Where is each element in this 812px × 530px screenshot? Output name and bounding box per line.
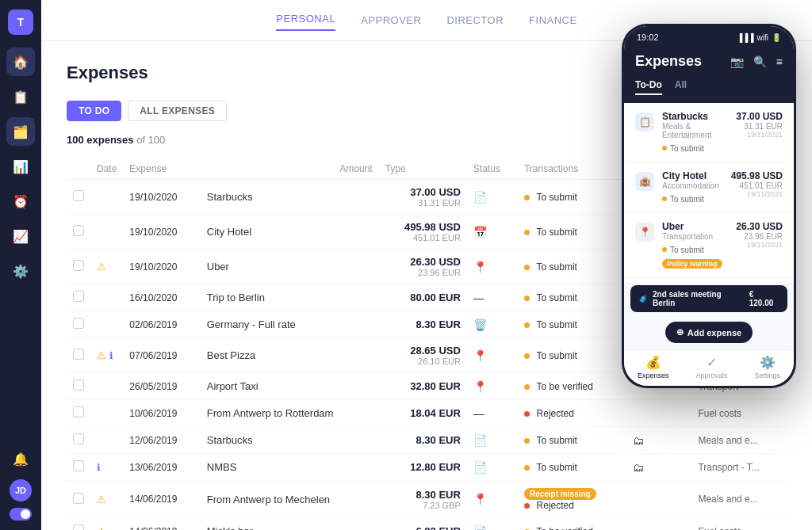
row-amount-primary: 8.30 EUR	[385, 434, 461, 446]
camera-icon[interactable]: 📷	[730, 55, 744, 68]
row-amount: 26.30 USD 23.96 EUR	[379, 250, 467, 284]
row-checkbox[interactable]	[73, 291, 84, 302]
row-expense-name: City Hotel	[201, 215, 379, 250]
row-amount: 8.30 EUR 7.23 GBP	[379, 481, 467, 518]
status-dot	[524, 411, 530, 417]
status-text: To submit	[537, 227, 577, 238]
star-icon: ★	[97, 525, 106, 530]
row-checkbox[interactable]	[73, 433, 84, 444]
col-checkbox	[67, 158, 90, 180]
approvals-nav-icon: ✓	[707, 355, 717, 370]
row-checkbox[interactable]	[73, 406, 84, 418]
row-amount-secondary: 23.96 EUR	[385, 268, 461, 277]
row-category: Fuel costs	[691, 518, 787, 531]
row-date: 19/10/2020	[123, 180, 200, 215]
tab-director[interactable]: DIRECTOR	[446, 11, 504, 29]
tab-approver[interactable]: APPROVER	[361, 11, 421, 29]
table-row[interactable]: ★ 14/06/2019 Mick's bar 6.82 EUR 📄 To be…	[67, 518, 787, 531]
row-amount-primary: 495.98 USD	[385, 221, 461, 233]
phone-notification[interactable]: 🧳 2nd sales meeting Berlin € 120.00	[630, 285, 787, 312]
row-amount: 8.30 EUR	[379, 311, 467, 338]
row-checkbox[interactable]	[73, 524, 84, 530]
sidebar-item-reports[interactable]: 📊	[6, 152, 35, 181]
table-row[interactable]: 12/06/2019 Starbucks 8.30 EUR 📄 To submi…	[67, 427, 787, 454]
sidebar-item-expenses[interactable]: 🗂️	[6, 117, 35, 146]
row-expense-name: From Antwerp to Mechelen	[201, 481, 379, 518]
phone-list-item[interactable]: 📋 2nd sales meeting Berlin Per Diem Subm…	[624, 278, 794, 282]
row-checkbox[interactable]	[73, 225, 84, 236]
row-checkbox[interactable]	[73, 260, 84, 271]
phone-item-name: City Hotel	[662, 170, 723, 181]
row-checkbox[interactable]	[73, 460, 84, 471]
row-date: 02/06/2019	[123, 311, 200, 338]
phone-list-item[interactable]: 📍 Uber Transportation To submit Policy w…	[624, 213, 794, 278]
phone-list-item[interactable]: 🏨 City Hotel Accommodation To submit 495…	[624, 162, 794, 213]
sidebar-item-home[interactable]: 🏠	[6, 48, 35, 76]
row-amount: 495.98 USD 451.01 EUR	[379, 215, 467, 250]
search-icon[interactable]: 🔍	[753, 55, 767, 68]
row-checkbox[interactable]	[73, 349, 84, 360]
phone-tab-todo[interactable]: To-Do	[635, 79, 662, 95]
menu-icon[interactable]: ≡	[776, 55, 783, 68]
row-checkbox-cell	[67, 373, 90, 400]
row-checkbox-cell	[67, 180, 90, 215]
status-dot	[524, 265, 530, 270]
row-checkbox[interactable]	[73, 318, 84, 329]
phone-item-sub: Meals & Entertainment	[662, 122, 728, 139]
sidebar-item-analytics[interactable]: 📈	[6, 222, 35, 250]
row-date: 16/10/2020	[123, 284, 200, 311]
row-date: 19/10/2020	[123, 215, 200, 250]
row-amount-secondary: 451.01 EUR	[385, 233, 461, 242]
row-amount: 37.00 USD 31.31 EUR	[379, 180, 467, 215]
row-flags	[90, 284, 123, 311]
row-expense-name: Best Pizza	[201, 338, 379, 373]
row-expense-name: Mick's bar	[201, 518, 379, 531]
sidebar-item-notifications[interactable]: 🔔	[6, 444, 35, 473]
theme-toggle[interactable]	[10, 508, 32, 520]
row-date: 07/06/2019	[123, 338, 200, 373]
sidebar-item-time[interactable]: ⏰	[6, 187, 35, 215]
avatar[interactable]: JD	[10, 479, 32, 501]
table-row[interactable]: ⚠ 14/06/2019 From Antwerp to Mechelen 8.…	[67, 481, 787, 518]
table-row[interactable]: 10/06/2019 From Antwerp to Rotterdam 18.…	[67, 400, 787, 427]
phone-status-bar: 19:02 ▐▐▐ wifi 🔋	[624, 26, 794, 47]
phone-item-icon: 📋	[635, 112, 654, 132]
table-row[interactable]: ℹ 13/06/2019 NMBS 12.80 EUR 📄 To submit …	[67, 454, 787, 481]
filter-todo[interactable]: TO DO	[67, 101, 121, 121]
row-status: To submit	[518, 180, 626, 215]
row-status: To submit	[518, 454, 626, 481]
status-dot	[524, 322, 530, 328]
row-amount: 6.82 EUR	[379, 518, 467, 531]
row-amount-primary: 28.65 USD	[385, 345, 461, 357]
phone-nav-expenses[interactable]: 💰 Expenses	[638, 355, 669, 379]
row-amount: 32.80 EUR	[379, 373, 467, 400]
row-flags	[90, 311, 123, 338]
transaction-icon: 🗂	[633, 434, 644, 447]
row-expense-name: Uber	[201, 250, 379, 284]
phone-list-item[interactable]: 📋 Starbucks Meals & Entertainment To sub…	[624, 103, 794, 162]
phone-nav-approvals[interactable]: ✓ Approvals	[695, 355, 727, 379]
filter-all-expenses[interactable]: ALL EXPENSES	[128, 101, 227, 121]
row-checkbox[interactable]	[73, 190, 84, 201]
phone-bottom-bar: 💰 Expenses ✓ Approvals ⚙️ Settings	[624, 349, 794, 386]
row-checkbox[interactable]	[73, 379, 84, 391]
status-dot	[524, 438, 530, 444]
row-flags	[90, 215, 123, 250]
tab-finance[interactable]: FINANCE	[529, 11, 577, 29]
row-expense-name: From Antwerp to Rotterdam	[201, 400, 379, 427]
phone-tab-all[interactable]: All	[675, 79, 687, 95]
row-checkbox[interactable]	[73, 493, 84, 504]
sidebar-item-settings[interactable]: ⚙️	[6, 257, 35, 285]
phone-nav-settings[interactable]: ⚙️ Settings	[754, 355, 780, 379]
tab-personal[interactable]: PERSONAL	[276, 10, 335, 31]
phone-item-sub: Accommodation	[662, 181, 723, 190]
app-logo[interactable]: T	[8, 10, 33, 35]
sidebar-item-tasks[interactable]: 📋	[6, 82, 35, 111]
notif-text: 2nd sales meeting Berlin	[653, 290, 745, 307]
phone-time: 19:02	[637, 32, 659, 42]
status-text: Rejected	[537, 408, 574, 419]
row-status: To submit	[518, 338, 626, 373]
phone-fab[interactable]: ⊕ Add expense	[665, 322, 753, 343]
page-title: Expenses	[67, 63, 148, 83]
row-date: 14/06/2019	[123, 518, 200, 531]
